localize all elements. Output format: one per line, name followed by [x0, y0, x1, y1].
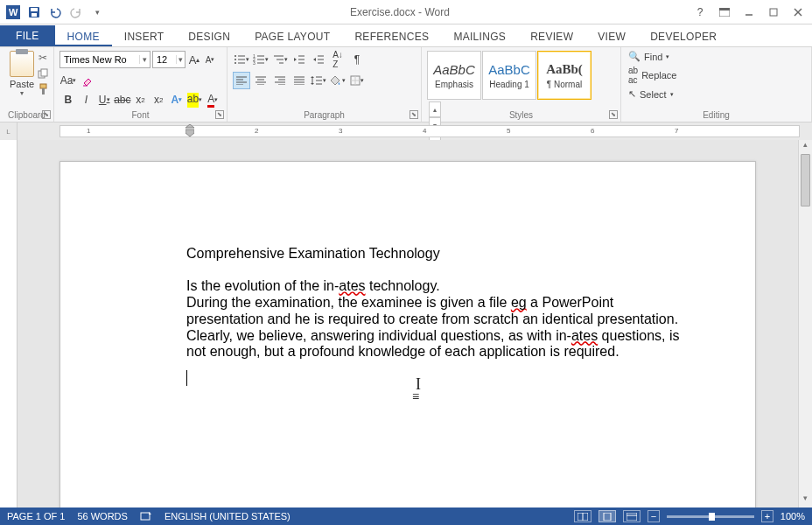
qat-customize-icon[interactable]: ▾	[88, 3, 107, 22]
redo-icon[interactable]	[66, 3, 86, 22]
minimize-icon[interactable]	[738, 4, 760, 21]
find-button[interactable]: 🔍Find ▾	[626, 49, 806, 64]
replace-button[interactable]: abacReplace	[626, 64, 806, 87]
clipboard-launcher[interactable]: ⬊	[42, 110, 51, 119]
page[interactable]: Comprehensive Examination Technology Is …	[60, 161, 756, 508]
grow-font-button[interactable]: A▴	[187, 51, 201, 68]
ribbon-display-icon[interactable]	[714, 4, 735, 21]
multilevel-list-button[interactable]: ▾	[271, 51, 289, 68]
document-content[interactable]: Comprehensive Examination Technology Is …	[186, 246, 690, 360]
group-paragraph: ▾ 123▾ ▾ A↓Z ¶ ▾ ▾ ▾ Paragraph ⬊	[228, 47, 422, 122]
save-icon[interactable]	[24, 3, 44, 22]
tab-design[interactable]: DESIGN	[176, 27, 242, 46]
vertical-scrollbar[interactable]: ▴ ▾	[798, 140, 812, 508]
font-size-input[interactable]	[153, 52, 176, 67]
view-print-layout-icon[interactable]	[598, 510, 616, 522]
find-icon: 🔍	[628, 51, 640, 62]
view-web-layout-icon[interactable]	[623, 510, 640, 522]
horizontal-ruler[interactable]: 1 2 3 4 5 6 7	[60, 125, 800, 137]
zoom-out-button[interactable]: −	[648, 510, 660, 522]
zoom-in-button[interactable]: +	[761, 510, 774, 522]
maximize-icon[interactable]	[763, 4, 784, 21]
increase-indent-button[interactable]	[310, 51, 327, 68]
font-name-combo[interactable]: ▾	[60, 51, 150, 68]
paste-button[interactable]: Paste ▾	[5, 49, 38, 97]
align-left-button[interactable]	[233, 72, 250, 89]
doc-heading: Comprehensive Examination Technology	[186, 246, 690, 262]
bullets-button[interactable]: ▾	[233, 51, 250, 68]
show-marks-button[interactable]: ¶	[348, 51, 366, 68]
select-button[interactable]: ↖Select ▾	[626, 87, 806, 102]
close-icon[interactable]	[788, 4, 808, 21]
decrease-indent-button[interactable]	[290, 51, 308, 68]
font-name-input[interactable]	[60, 52, 139, 67]
zoom-level[interactable]: 100%	[780, 511, 805, 522]
line-spacing-button[interactable]: ▾	[310, 72, 327, 89]
ruler-corner[interactable]: L	[0, 122, 18, 140]
undo-icon[interactable]	[46, 3, 65, 22]
status-page[interactable]: PAGE 1 OF 1	[7, 511, 65, 522]
paragraph-launcher[interactable]: ⬊	[410, 110, 418, 119]
svg-rect-8	[770, 9, 777, 16]
align-right-button[interactable]	[271, 72, 289, 89]
scroll-down-icon[interactable]: ▾	[799, 494, 812, 508]
style-emphasis[interactable]: AaBbCEmphasis	[427, 51, 481, 100]
shading-button[interactable]: ▾	[329, 72, 346, 89]
sort-button[interactable]: A↓Z	[329, 51, 346, 68]
cut-icon[interactable]: ✂	[36, 51, 50, 65]
numbering-button[interactable]: 123▾	[252, 51, 270, 68]
zoom-slider[interactable]	[667, 515, 754, 518]
status-proofing[interactable]	[140, 511, 152, 522]
status-language[interactable]: ENGLISH (UNITED STATES)	[164, 511, 290, 522]
style-heading1[interactable]: AaBbCHeading 1	[482, 51, 536, 100]
tab-developer[interactable]: DEVELOPER	[638, 27, 729, 46]
tab-review[interactable]: REVIEW	[518, 27, 585, 46]
group-clipboard: Paste ▾ ✂ Clipboard ⬊	[0, 47, 54, 122]
title-bar: W ▾ Exercise.docx - Word ?	[0, 0, 812, 24]
tab-home[interactable]: HOME	[55, 27, 112, 46]
align-center-button[interactable]	[252, 72, 270, 89]
chevron-down-icon[interactable]: ▾	[176, 55, 185, 64]
quick-access-toolbar: W ▾	[0, 3, 110, 22]
tab-mailings[interactable]: MAILINGS	[441, 27, 518, 46]
scroll-up-icon[interactable]: ▴	[799, 140, 812, 154]
change-case-button[interactable]: Aa▾	[60, 72, 77, 89]
font-size-combo[interactable]: ▾	[152, 51, 186, 68]
shrink-font-button[interactable]: A▾	[203, 51, 217, 68]
styles-launcher[interactable]: ⬊	[609, 110, 618, 119]
superscript-button[interactable]: x2	[150, 91, 167, 108]
paste-icon	[10, 51, 34, 77]
indent-marker-icon[interactable]	[186, 124, 194, 140]
text-effects-button[interactable]: A▾	[168, 91, 186, 108]
group-font-label: Font	[54, 110, 227, 120]
bold-button[interactable]: B	[60, 91, 77, 108]
ruler-area: L 1 2 3 4 5 6 7	[0, 122, 812, 140]
underline-button[interactable]: U▾	[95, 91, 113, 108]
help-icon[interactable]: ?	[690, 4, 710, 21]
borders-button[interactable]: ▾	[348, 72, 366, 89]
chevron-down-icon[interactable]: ▾	[139, 55, 150, 64]
justify-button[interactable]	[290, 72, 308, 89]
tab-view[interactable]: VIEW	[585, 27, 638, 46]
subscript-button[interactable]: x2	[132, 91, 150, 108]
font-launcher[interactable]: ⬊	[215, 110, 224, 119]
tab-page-layout[interactable]: PAGE LAYOUT	[242, 27, 342, 46]
word-app-icon[interactable]: W	[4, 3, 23, 22]
format-painter-icon[interactable]	[36, 82, 50, 96]
tab-references[interactable]: REFERENCES	[342, 27, 441, 46]
copy-icon[interactable]	[36, 66, 50, 80]
tab-insert[interactable]: INSERT	[112, 27, 177, 46]
highlight-button[interactable]: ab▾	[186, 91, 204, 108]
view-read-mode-icon[interactable]	[574, 510, 592, 522]
tab-file[interactable]: FILE	[0, 25, 55, 46]
italic-button[interactable]: I	[78, 91, 95, 108]
scroll-thumb[interactable]	[801, 154, 810, 206]
font-color-button[interactable]: A▾	[204, 91, 221, 108]
strikethrough-button[interactable]: abc	[114, 91, 131, 108]
style-normal[interactable]: AaBb(¶ Normal	[537, 51, 592, 100]
svg-text:W: W	[9, 7, 18, 18]
status-words[interactable]: 56 WORDS	[77, 511, 127, 522]
zoom-thumb[interactable]	[709, 513, 715, 521]
clear-formatting-button[interactable]	[79, 72, 96, 89]
vertical-ruler[interactable]	[0, 140, 18, 508]
